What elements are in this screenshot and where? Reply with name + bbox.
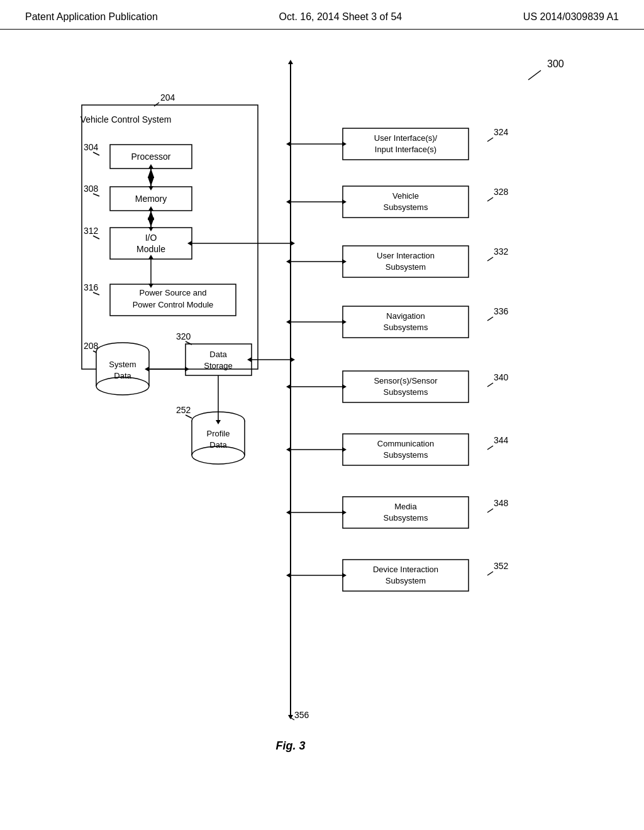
svg-text:Vehicle Control System: Vehicle Control System [80,114,172,124]
svg-text:Subsystems: Subsystems [384,450,428,460]
svg-marker-122 [291,357,295,362]
page-header: Patent Application Publication Oct. 16, … [0,0,644,30]
svg-text:Power Control Module: Power Control Module [133,300,214,309]
svg-text:Input Interface(s): Input Interface(s) [375,145,436,154]
svg-text:System: System [109,360,136,369]
svg-marker-119 [291,241,295,246]
svg-text:304: 304 [84,142,99,152]
svg-text:User Interface(s)/: User Interface(s)/ [374,133,438,143]
svg-text:Power Source and: Power Source and [140,288,207,297]
svg-marker-89 [286,319,291,324]
svg-text:I/O: I/O [145,233,157,243]
svg-marker-110 [286,510,291,515]
svg-marker-123 [247,357,252,362]
svg-text:328: 328 [494,187,509,197]
svg-marker-24 [148,227,153,231]
svg-text:Data: Data [209,440,227,450]
svg-text:Profile: Profile [207,429,230,438]
svg-text:Data: Data [114,371,131,380]
svg-marker-117 [286,573,291,578]
svg-text:320: 320 [176,331,191,341]
svg-text:308: 308 [84,184,99,194]
svg-text:Subsystems: Subsystems [384,323,428,332]
svg-marker-31 [148,284,153,288]
svg-text:Data: Data [209,350,227,359]
svg-marker-67 [342,141,347,147]
svg-text:252: 252 [176,405,191,415]
svg-text:Subsystem: Subsystem [386,576,426,585]
svg-text:Processor: Processor [131,152,170,162]
svg-marker-109 [342,510,347,515]
svg-text:344: 344 [494,435,509,445]
svg-marker-95 [342,384,347,389]
svg-marker-96 [286,384,291,389]
svg-marker-81 [342,259,347,264]
svg-marker-68 [286,141,291,147]
svg-marker-32 [148,255,153,259]
svg-marker-74 [342,199,347,204]
svg-text:332: 332 [494,246,509,257]
svg-text:Communication: Communication [377,439,434,448]
svg-marker-22 [148,164,153,169]
header-center: Oct. 16, 2014 Sheet 3 of 54 [279,11,402,23]
svg-text:340: 340 [494,372,509,382]
svg-marker-103 [286,447,291,452]
svg-marker-75 [286,199,291,204]
svg-text:Storage: Storage [204,361,233,370]
header-right: US 2014/0309839 A1 [523,11,619,23]
svg-marker-21 [148,186,153,191]
svg-text:300: 300 [547,58,564,69]
svg-text:User Interaction: User Interaction [377,251,435,260]
svg-text:204: 204 [160,92,175,102]
svg-text:324: 324 [494,127,509,137]
svg-text:Subsystems: Subsystems [384,513,428,523]
svg-marker-46 [185,367,189,372]
svg-text:208: 208 [84,341,99,351]
svg-marker-102 [342,447,347,452]
svg-text:Subsystems: Subsystems [384,202,428,212]
svg-text:Vehicle: Vehicle [392,191,419,201]
svg-text:Fig. 3: Fig. 3 [275,739,305,752]
svg-text:Navigation: Navigation [386,311,425,321]
svg-text:356: 356 [294,710,309,720]
svg-text:Subsystem: Subsystem [386,262,426,272]
header-left: Patent Application Publication [25,11,158,23]
svg-marker-88 [342,319,347,324]
svg-text:336: 336 [494,306,509,316]
svg-rect-42 [186,344,252,375]
svg-marker-25 [148,206,153,211]
svg-text:316: 316 [84,282,99,292]
svg-marker-59 [288,60,293,64]
svg-text:Media: Media [394,502,417,511]
svg-text:Subsystems: Subsystems [384,387,428,397]
svg-text:352: 352 [494,561,509,571]
svg-text:Module: Module [136,244,165,254]
svg-marker-82 [286,259,291,264]
svg-marker-120 [187,241,192,246]
svg-text:312: 312 [84,226,99,236]
svg-text:Device Interaction: Device Interaction [373,565,438,574]
svg-marker-116 [342,573,347,578]
svg-text:Sensor(s)/Sensor: Sensor(s)/Sensor [374,376,438,385]
diagram-area: 300 204 Vehicle Control System 304 Proce… [0,30,644,809]
svg-text:Memory: Memory [135,194,167,204]
svg-text:348: 348 [494,498,509,508]
